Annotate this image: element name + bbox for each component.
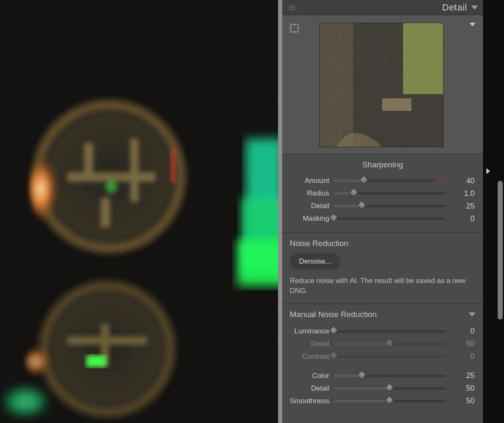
sharpening-section: Sharpening Amount40Radius1.0Detail25Mask… — [282, 154, 483, 233]
denoise-button[interactable]: Denoise... — [290, 253, 341, 270]
sharpening-detail-row: Detail25 — [290, 200, 475, 212]
color-smoothness-value[interactable]: 50 — [449, 397, 475, 405]
sharpening-amount-row: Amount40 — [290, 174, 475, 187]
luminance-detail-thumb — [385, 338, 394, 348]
luminance-luminance-row: Luminance0 — [290, 325, 475, 338]
luminance-contrast-value: 0 — [449, 352, 475, 361]
luminance-contrast-thumb — [329, 351, 339, 360]
manual-collapse-icon[interactable] — [469, 312, 475, 317]
luminance-luminance-label: Luminance — [290, 327, 329, 336]
sharpening-radius-slider[interactable] — [333, 189, 445, 198]
luminance-detail-slider — [333, 340, 445, 348]
luminance-contrast-slider — [333, 352, 445, 361]
color-color-label: Color — [290, 372, 329, 380]
detail-picker-icon[interactable] — [290, 24, 299, 33]
luminance-detail-value: 50 — [449, 339, 475, 348]
color-color-thumb[interactable] — [357, 370, 366, 380]
panel-header: Detail — [282, 0, 483, 15]
sharpening-masking-value[interactable]: 0 — [449, 214, 475, 223]
luminance-detail-label: Detail — [290, 340, 329, 348]
svg-rect-32 — [320, 23, 443, 147]
sharpening-title: Sharpening — [290, 160, 475, 169]
sharpening-masking-thumb[interactable] — [329, 213, 339, 223]
sharpening-amount-slider[interactable] — [333, 177, 445, 185]
sharpening-detail-value[interactable]: 25 — [449, 202, 475, 211]
sharpening-radius-thumb[interactable] — [349, 188, 359, 198]
noise-reduction-section: Noise Reduction Denoise... Reduce noise … — [282, 233, 483, 304]
color-smoothness-label: Smoothness — [290, 397, 329, 405]
noise-reduction-title: Noise Reduction — [290, 239, 475, 248]
color-color-value[interactable]: 25 — [449, 371, 475, 380]
sharpening-amount-label: Amount — [290, 177, 329, 185]
detail-preview-section — [282, 15, 483, 154]
preview-collapse-icon[interactable] — [470, 23, 475, 26]
sharpening-amount-value[interactable]: 40 — [449, 177, 475, 185]
color-color-slider[interactable] — [333, 372, 445, 380]
color-smoothness-thumb[interactable] — [385, 395, 394, 405]
main-image-content — [0, 0, 278, 423]
svg-rect-20 — [0, 0, 278, 423]
manual-noise-reduction-section: Manual Noise Reduction Luminance0Detail5… — [282, 304, 483, 415]
sharpening-radius-row: Radius1.0 — [290, 187, 475, 200]
color-smoothness-slider[interactable] — [333, 397, 445, 405]
manual-noise-reduction-title: Manual Noise Reduction — [290, 310, 377, 319]
detail-preview-thumbnail[interactable] — [319, 23, 444, 147]
luminance-detail-row: Detail50 — [290, 338, 475, 350]
color-detail-slider[interactable] — [333, 384, 445, 393]
sharpening-detail-thumb[interactable] — [357, 201, 366, 210]
color-detail-row: Detail50 — [290, 382, 475, 395]
color-detail-thumb[interactable] — [385, 383, 394, 392]
sharpening-radius-value[interactable]: 1.0 — [449, 189, 475, 198]
visibility-icon[interactable] — [288, 5, 297, 11]
color-detail-value[interactable]: 50 — [449, 384, 475, 393]
panel-scrollbar[interactable] — [498, 181, 503, 320]
luminance-luminance-value[interactable]: 0 — [449, 327, 475, 336]
sharpening-masking-label: Masking — [290, 214, 329, 223]
sharpening-detail-label: Detail — [290, 202, 329, 210]
right-gutter — [483, 0, 504, 423]
svg-point-22 — [291, 6, 294, 9]
sharpening-amount-thumb[interactable] — [359, 175, 368, 185]
luminance-contrast-label: Contrast — [290, 352, 329, 361]
sharpening-masking-slider[interactable] — [333, 214, 445, 223]
panel-title: Detail — [442, 2, 467, 13]
main-image-view[interactable] — [0, 0, 278, 423]
color-color-row: Color25 — [290, 370, 475, 382]
denoise-description: Reduce noise with AI. The result will be… — [290, 276, 475, 296]
panel-collapse-icon[interactable] — [471, 5, 478, 10]
luminance-contrast-row: Contrast0 — [290, 350, 475, 363]
luminance-luminance-slider[interactable] — [333, 327, 445, 336]
luminance-luminance-thumb[interactable] — [329, 325, 339, 335]
sharpening-detail-slider[interactable] — [333, 202, 445, 210]
detail-panel: Detail — [282, 0, 483, 423]
color-detail-label: Detail — [290, 384, 329, 393]
sharpening-radius-label: Radius — [290, 189, 329, 198]
color-smoothness-row: Smoothness50 — [290, 395, 475, 407]
sharpening-masking-row: Masking0 — [290, 212, 475, 225]
panel-divider[interactable] — [278, 0, 282, 423]
expand-panel-icon[interactable] — [486, 168, 490, 174]
